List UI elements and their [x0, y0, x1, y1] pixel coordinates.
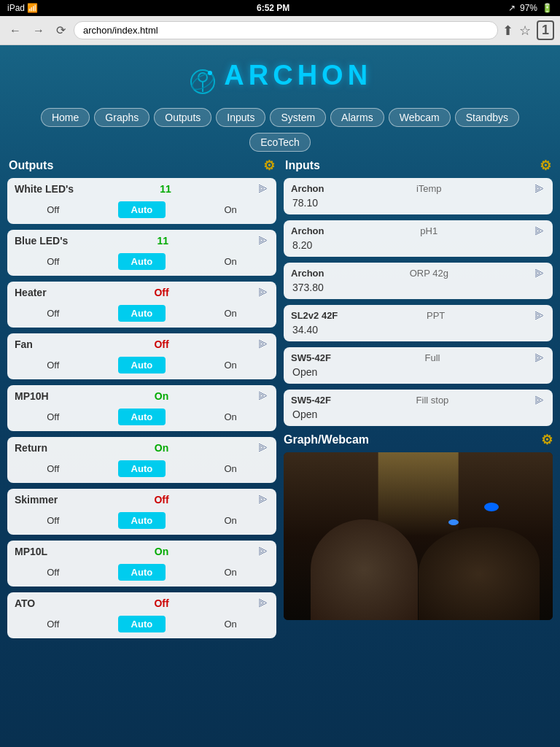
on-button[interactable]: On: [219, 358, 243, 372]
on-button[interactable]: On: [219, 203, 243, 217]
output-controls: Off Auto On: [7, 198, 276, 224]
off-button[interactable]: Off: [41, 358, 65, 372]
inputs-header: Inputs ⚙: [284, 158, 553, 174]
nav-alarms[interactable]: Alarms: [330, 108, 384, 127]
time-display: 6:52 PM: [257, 3, 289, 13]
graph-webcam-gear-icon[interactable]: ⚙: [541, 432, 553, 448]
sliders-icon[interactable]: ⫸: [257, 338, 269, 351]
on-button[interactable]: On: [219, 306, 243, 320]
auto-button[interactable]: Auto: [118, 564, 166, 581]
forward-button[interactable]: →: [29, 23, 48, 39]
auto-button[interactable]: Auto: [118, 616, 166, 632]
sliders-icon[interactable]: ⫸: [257, 286, 269, 299]
panels-row: Outputs ⚙ White LED's 11 ⫸ Off Auto On B: [7, 158, 553, 644]
output-top: Heater Off ⫸: [7, 282, 276, 302]
input-label: Full: [424, 352, 440, 363]
bookmark-icon[interactable]: ☆: [519, 23, 531, 39]
on-button[interactable]: On: [219, 565, 243, 579]
output-card-heater: Heater Off ⫸ Off Auto On: [7, 282, 276, 328]
output-card-white-leds: White LED's 11 ⫸ Off Auto On: [7, 178, 276, 224]
share-icon[interactable]: ⬆: [502, 23, 513, 39]
nav-graphs[interactable]: Graphs: [94, 108, 149, 127]
reload-button[interactable]: ⟳: [52, 22, 69, 39]
sliders-icon[interactable]: ⫸: [257, 597, 269, 610]
off-button[interactable]: Off: [41, 255, 65, 268]
sliders-icon[interactable]: ⫸: [257, 234, 269, 247]
auto-button[interactable]: Auto: [118, 357, 166, 374]
nav-system[interactable]: System: [270, 108, 326, 127]
input-value: 34.40: [291, 324, 545, 336]
auto-button[interactable]: Auto: [118, 305, 166, 322]
status-right: ↗ 97% 🔋: [508, 3, 553, 13]
off-button[interactable]: Off: [41, 410, 65, 424]
nav-standbys[interactable]: Standbys: [455, 108, 519, 127]
on-button[interactable]: On: [219, 462, 243, 476]
tab-count[interactable]: 1: [537, 20, 554, 40]
sliders-icon[interactable]: ⫸: [257, 493, 269, 506]
input-value: 78.10: [291, 197, 545, 209]
sliders-icon[interactable]: ⫸: [257, 441, 269, 454]
back-button[interactable]: ←: [6, 23, 25, 39]
auto-button[interactable]: Auto: [118, 409, 166, 425]
nav-inputs[interactable]: Inputs: [216, 108, 265, 127]
off-button[interactable]: Off: [41, 462, 65, 476]
sliders-icon[interactable]: ⫸: [257, 390, 269, 403]
fish-1: [484, 503, 499, 511]
status-bar: iPad 📶 6:52 PM ↗ 97% 🔋: [0, 0, 560, 16]
off-button[interactable]: Off: [41, 203, 65, 217]
input-top: Archon ORP 42g ⫸: [291, 267, 545, 280]
logo-area: ARCHON: [7, 53, 553, 102]
nav-outputs[interactable]: Outputs: [154, 108, 211, 127]
graph-webcam-header: Graph/Webcam ⚙: [284, 432, 553, 448]
input-label: Fill stop: [416, 395, 449, 406]
inputs-gear-icon[interactable]: ⚙: [540, 158, 551, 174]
nav-ecotech[interactable]: EcoTech: [249, 133, 311, 152]
input-source: Archon: [291, 268, 324, 279]
nav-webcam[interactable]: Webcam: [389, 108, 451, 127]
webcam-display: [284, 452, 553, 620]
output-card-return: Return On ⫸ Off Auto On: [7, 437, 276, 483]
on-button[interactable]: On: [219, 410, 243, 424]
sliders-icon[interactable]: ⫸: [534, 352, 545, 365]
on-button[interactable]: On: [219, 617, 243, 631]
output-controls: Off Auto On: [7, 613, 276, 638]
output-card-ato: ATO Off ⫸ Off Auto On: [7, 592, 276, 638]
nav-ecotech-row: EcoTech: [7, 130, 553, 158]
off-button[interactable]: Off: [41, 514, 65, 527]
input-top: SW5-42F Fill stop ⫸: [291, 394, 545, 407]
graph-webcam-title: Graph/Webcam: [284, 433, 369, 446]
off-button[interactable]: Off: [41, 617, 65, 631]
output-top: Fan Off ⫸: [7, 333, 276, 354]
auto-button[interactable]: Auto: [118, 201, 166, 218]
output-controls: Off Auto On: [7, 354, 276, 379]
output-status: On: [155, 546, 168, 557]
nav-home[interactable]: Home: [41, 108, 90, 127]
output-top: MP10L On ⫸: [7, 541, 276, 561]
output-card-blue-leds: Blue LED's 11 ⫸ Off Auto On: [7, 230, 276, 276]
off-button[interactable]: Off: [41, 565, 65, 579]
off-button[interactable]: Off: [41, 306, 65, 320]
sliders-icon[interactable]: ⫸: [257, 182, 269, 196]
input-top: Archon iTemp ⫸: [291, 182, 545, 196]
svg-point-4: [208, 71, 212, 75]
auto-button[interactable]: Auto: [118, 460, 166, 477]
on-button[interactable]: On: [219, 255, 243, 268]
sliders-icon[interactable]: ⫸: [534, 182, 545, 196]
sliders-icon[interactable]: ⫸: [257, 545, 269, 558]
auto-button[interactable]: Auto: [118, 512, 166, 529]
auto-button[interactable]: Auto: [118, 253, 166, 270]
sliders-icon[interactable]: ⫸: [534, 309, 545, 322]
outputs-gear-icon[interactable]: ⚙: [263, 158, 275, 174]
url-input[interactable]: [74, 21, 498, 39]
input-source: Archon: [291, 225, 324, 236]
inputs-title: Inputs: [285, 159, 320, 172]
on-button[interactable]: On: [219, 514, 243, 527]
output-card-skimmer: Skimmer Off ⫸ Off Auto On: [7, 489, 276, 535]
sliders-icon[interactable]: ⫸: [534, 267, 545, 280]
sliders-icon[interactable]: ⫸: [534, 394, 545, 407]
output-top: ATO Off ⫸: [7, 592, 276, 613]
output-status: Off: [154, 287, 168, 298]
output-controls: Off Auto On: [7, 302, 276, 328]
sliders-icon[interactable]: ⫸: [534, 225, 545, 238]
input-source: SW5-42F: [291, 352, 331, 363]
